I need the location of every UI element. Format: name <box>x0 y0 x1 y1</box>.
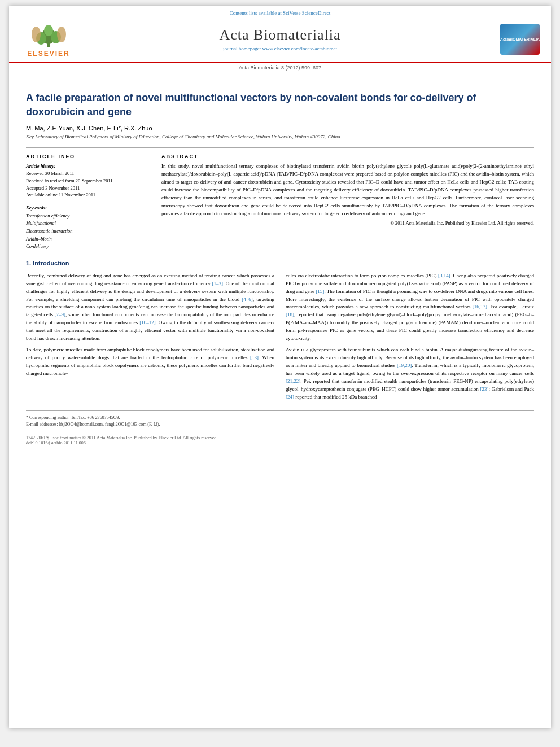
ref-13[interactable]: [13] <box>250 355 259 360</box>
article-info-col: ARTICLE INFO Article history: Received 3… <box>26 154 150 250</box>
affiliation: Key Laboratory of Biomedical Polymers of… <box>26 134 534 139</box>
email-footnote: E-mail addresses: lfsj2OO4@hotmail.com, … <box>26 421 534 428</box>
intro-para-4: Avidin is a glycoprotein with four subun… <box>286 346 534 401</box>
ref-18[interactable]: [18] <box>286 312 294 317</box>
acta-biomaterialia-logo: Acta BIOMATERIALIA <box>500 24 540 55</box>
footnote-area: * Corresponding author. Tel./fax: +86 27… <box>26 410 534 428</box>
introduction-section: 1. Introduction Recently, combined deliv… <box>26 260 534 405</box>
header-inner: ELSEVIER Acta Biomaterialia journal home… <box>20 18 540 60</box>
corresponding-footnote: * Corresponding author. Tel./fax: +86 27… <box>26 414 534 421</box>
page: Contents lists available at SciVerse Sci… <box>9 6 551 728</box>
received-date: Received 30 March 2011 <box>26 171 74 176</box>
intro-left-col: Recently, combined delivery of drug and … <box>26 272 274 405</box>
issn-line: 1742-7061/$ - see front matter © 2011 Ac… <box>26 433 534 445</box>
keyword-1: Transfection efficiency <box>26 212 150 220</box>
ref-16-17[interactable]: [16,17] <box>473 304 487 309</box>
ref-19-20[interactable]: [19,20] <box>397 362 412 368</box>
issn-text: 1742-7061/$ - see front matter © 2011 Ac… <box>26 435 534 440</box>
article-history: Article history: Received 30 March 2011 … <box>26 163 150 199</box>
ref-23[interactable]: [23] <box>480 386 488 392</box>
ref-4-6[interactable]: [4–6] <box>242 296 253 302</box>
ref-7-9[interactable]: [7–9] <box>55 312 66 317</box>
history-label: Article history: <box>26 163 56 169</box>
ref-10-12[interactable]: [10–12] <box>139 320 156 325</box>
journal-homepage: journal homepage: www.elsevier.com/locat… <box>77 46 483 51</box>
abstract-label: ABSTRACT <box>161 154 534 159</box>
journal-name: Acta Biomaterialia <box>77 27 483 43</box>
intro-para-3: cules via electrostatic interaction to f… <box>286 272 534 343</box>
ref-3-14[interactable]: [3,14] <box>438 273 450 278</box>
received-revised-date: Received in revised form 20 September 20… <box>26 178 113 184</box>
keyword-3: Electrostatic interaction <box>26 228 150 235</box>
abstract-text: In this study, novel multifunctional ter… <box>161 163 534 218</box>
elsevier-logo: ELSEVIER <box>20 20 77 58</box>
ref-24[interactable]: [24] <box>286 394 294 400</box>
article-info-label: ARTICLE INFO <box>26 154 150 159</box>
elsevier-wordmark: ELSEVIER <box>27 50 69 58</box>
top-line: Contents lists available at SciVerse Sci… <box>20 10 540 16</box>
ref-15[interactable]: [15] <box>316 289 324 294</box>
available-date: Available online 11 November 2011 <box>26 192 95 198</box>
citation-line: Acta Biomaterialia 8 (2012) 599–607 <box>9 63 551 72</box>
sciverse-link[interactable]: Contents lists available at SciVerse Sci… <box>230 10 331 16</box>
citation-text: Acta Biomaterialia 8 (2012) 599–607 <box>239 65 321 71</box>
paper-title: A facile preparation of novel multifunct… <box>26 91 534 119</box>
intro-title: 1. Introduction <box>26 260 534 267</box>
intro-para-1: Recently, combined delivery of drug and … <box>26 272 274 343</box>
elsevier-tree-icon <box>28 20 70 49</box>
accepted-date: Accepted 3 November 2011 <box>26 185 80 191</box>
journal-title-center: Acta Biomaterialia journal homepage: www… <box>77 27 483 51</box>
keyword-5: Co-delivery <box>26 243 150 251</box>
keyword-2: Multifunctional <box>26 220 150 228</box>
journal-header: Contents lists available at SciVerse Sci… <box>9 6 551 63</box>
abstract-col: ABSTRACT In this study, novel multifunct… <box>161 154 534 250</box>
homepage-url[interactable]: journal homepage: www.elsevier.com/locat… <box>223 46 337 51</box>
ref-21-22[interactable]: [21,22] <box>286 378 300 384</box>
intro-body: Recently, combined delivery of drug and … <box>26 272 534 405</box>
authors: M. Ma, Z.F. Yuan, X.J. Chen, F. Li*, R.X… <box>26 125 534 132</box>
doi-text: doi:10.1016/j.actbio.2011.11.006 <box>26 440 534 445</box>
keyword-4: Avidin–biotin <box>26 235 150 243</box>
intro-right-col: cules via electrostatic interaction to f… <box>286 272 534 405</box>
main-content: A facile preparation of novel multifunct… <box>9 82 551 455</box>
ref-1-3[interactable]: [1–3] <box>212 281 224 286</box>
copyright: © 2011 Acta Materialia Inc. Published by… <box>161 220 534 226</box>
keywords-section: Keywords: Transfection efficiency Multif… <box>26 204 150 251</box>
svg-point-4 <box>44 25 53 36</box>
intro-para-2: To date, polymeric micelles made from am… <box>26 346 274 378</box>
keywords-label: Keywords: <box>26 205 47 211</box>
svg-point-6 <box>57 27 66 42</box>
journal-logo-right: Acta BIOMATERIALIA <box>483 24 540 55</box>
article-info-abstract: ARTICLE INFO Article history: Received 3… <box>26 154 534 250</box>
svg-point-5 <box>32 27 41 42</box>
